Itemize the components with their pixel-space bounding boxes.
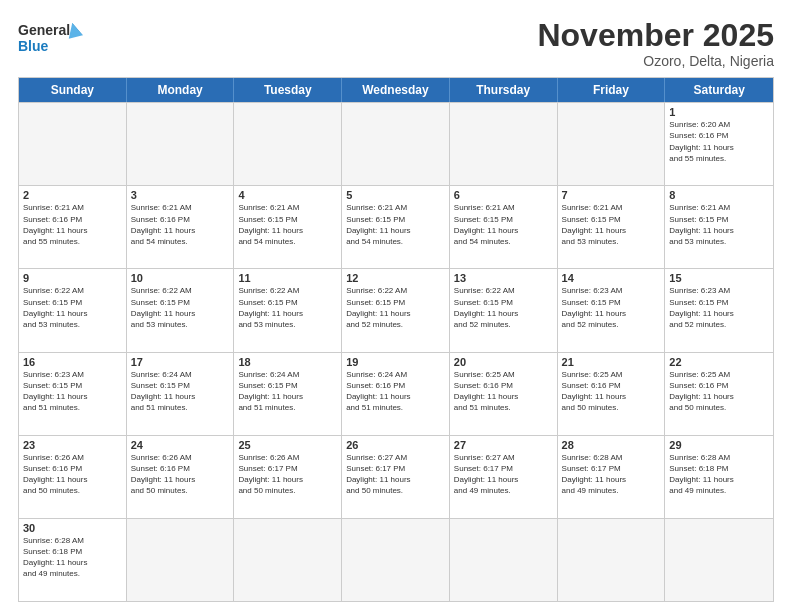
calendar-cell: 11Sunrise: 6:22 AM Sunset: 6:15 PM Dayli… xyxy=(234,269,342,351)
calendar-cell: 8Sunrise: 6:21 AM Sunset: 6:15 PM Daylig… xyxy=(665,186,773,268)
calendar-cell: 25Sunrise: 6:26 AM Sunset: 6:17 PM Dayli… xyxy=(234,436,342,518)
calendar-row-2: 9Sunrise: 6:22 AM Sunset: 6:15 PM Daylig… xyxy=(19,268,773,351)
cell-sun-info: Sunrise: 6:23 AM Sunset: 6:15 PM Dayligh… xyxy=(23,369,122,414)
cell-sun-info: Sunrise: 6:22 AM Sunset: 6:15 PM Dayligh… xyxy=(23,285,122,330)
day-number: 1 xyxy=(669,106,769,118)
cell-sun-info: Sunrise: 6:27 AM Sunset: 6:17 PM Dayligh… xyxy=(346,452,445,497)
calendar-cell: 29Sunrise: 6:28 AM Sunset: 6:18 PM Dayli… xyxy=(665,436,773,518)
header: GeneralBlue November 2025 Ozoro, Delta, … xyxy=(18,18,774,69)
calendar-cell: 7Sunrise: 6:21 AM Sunset: 6:15 PM Daylig… xyxy=(558,186,666,268)
svg-marker-3 xyxy=(69,23,83,39)
calendar-cell xyxy=(665,519,773,601)
day-number: 29 xyxy=(669,439,769,451)
month-title: November 2025 xyxy=(537,18,774,53)
calendar-cell: 16Sunrise: 6:23 AM Sunset: 6:15 PM Dayli… xyxy=(19,353,127,435)
day-number: 28 xyxy=(562,439,661,451)
generalblue-logo-icon: GeneralBlue xyxy=(18,18,88,56)
calendar-cell: 17Sunrise: 6:24 AM Sunset: 6:15 PM Dayli… xyxy=(127,353,235,435)
calendar-cell xyxy=(127,519,235,601)
cell-sun-info: Sunrise: 6:21 AM Sunset: 6:15 PM Dayligh… xyxy=(454,202,553,247)
day-number: 17 xyxy=(131,356,230,368)
cell-sun-info: Sunrise: 6:24 AM Sunset: 6:16 PM Dayligh… xyxy=(346,369,445,414)
day-number: 3 xyxy=(131,189,230,201)
cell-sun-info: Sunrise: 6:25 AM Sunset: 6:16 PM Dayligh… xyxy=(454,369,553,414)
calendar-header-tuesday: Tuesday xyxy=(234,78,342,102)
cell-sun-info: Sunrise: 6:21 AM Sunset: 6:15 PM Dayligh… xyxy=(669,202,769,247)
cell-sun-info: Sunrise: 6:23 AM Sunset: 6:15 PM Dayligh… xyxy=(669,285,769,330)
calendar-cell: 26Sunrise: 6:27 AM Sunset: 6:17 PM Dayli… xyxy=(342,436,450,518)
calendar-cell xyxy=(450,519,558,601)
cell-sun-info: Sunrise: 6:21 AM Sunset: 6:15 PM Dayligh… xyxy=(346,202,445,247)
calendar-cell: 14Sunrise: 6:23 AM Sunset: 6:15 PM Dayli… xyxy=(558,269,666,351)
day-number: 5 xyxy=(346,189,445,201)
calendar-cell: 21Sunrise: 6:25 AM Sunset: 6:16 PM Dayli… xyxy=(558,353,666,435)
calendar-cell: 22Sunrise: 6:25 AM Sunset: 6:16 PM Dayli… xyxy=(665,353,773,435)
calendar-cell: 20Sunrise: 6:25 AM Sunset: 6:16 PM Dayli… xyxy=(450,353,558,435)
cell-sun-info: Sunrise: 6:21 AM Sunset: 6:15 PM Dayligh… xyxy=(562,202,661,247)
day-number: 22 xyxy=(669,356,769,368)
calendar-body: 1Sunrise: 6:20 AM Sunset: 6:16 PM Daylig… xyxy=(19,102,773,601)
cell-sun-info: Sunrise: 6:26 AM Sunset: 6:16 PM Dayligh… xyxy=(23,452,122,497)
calendar-cell xyxy=(234,519,342,601)
cell-sun-info: Sunrise: 6:22 AM Sunset: 6:15 PM Dayligh… xyxy=(454,285,553,330)
calendar-row-5: 30Sunrise: 6:28 AM Sunset: 6:18 PM Dayli… xyxy=(19,518,773,601)
calendar-cell xyxy=(127,103,235,185)
calendar-cell: 5Sunrise: 6:21 AM Sunset: 6:15 PM Daylig… xyxy=(342,186,450,268)
calendar-cell xyxy=(342,103,450,185)
cell-sun-info: Sunrise: 6:24 AM Sunset: 6:15 PM Dayligh… xyxy=(131,369,230,414)
cell-sun-info: Sunrise: 6:22 AM Sunset: 6:15 PM Dayligh… xyxy=(131,285,230,330)
cell-sun-info: Sunrise: 6:26 AM Sunset: 6:16 PM Dayligh… xyxy=(131,452,230,497)
calendar-cell xyxy=(342,519,450,601)
day-number: 7 xyxy=(562,189,661,201)
location: Ozoro, Delta, Nigeria xyxy=(537,53,774,69)
calendar-cell xyxy=(558,103,666,185)
calendar-cell: 24Sunrise: 6:26 AM Sunset: 6:16 PM Dayli… xyxy=(127,436,235,518)
day-number: 30 xyxy=(23,522,122,534)
calendar-cell: 2Sunrise: 6:21 AM Sunset: 6:16 PM Daylig… xyxy=(19,186,127,268)
day-number: 16 xyxy=(23,356,122,368)
calendar-header-sunday: Sunday xyxy=(19,78,127,102)
cell-sun-info: Sunrise: 6:20 AM Sunset: 6:16 PM Dayligh… xyxy=(669,119,769,164)
calendar-cell: 10Sunrise: 6:22 AM Sunset: 6:15 PM Dayli… xyxy=(127,269,235,351)
calendar-cell: 30Sunrise: 6:28 AM Sunset: 6:18 PM Dayli… xyxy=(19,519,127,601)
calendar: SundayMondayTuesdayWednesdayThursdayFrid… xyxy=(18,77,774,602)
cell-sun-info: Sunrise: 6:22 AM Sunset: 6:15 PM Dayligh… xyxy=(238,285,337,330)
cell-sun-info: Sunrise: 6:21 AM Sunset: 6:16 PM Dayligh… xyxy=(131,202,230,247)
calendar-cell: 12Sunrise: 6:22 AM Sunset: 6:15 PM Dayli… xyxy=(342,269,450,351)
calendar-cell: 4Sunrise: 6:21 AM Sunset: 6:15 PM Daylig… xyxy=(234,186,342,268)
day-number: 20 xyxy=(454,356,553,368)
logo: GeneralBlue xyxy=(18,18,88,56)
calendar-cell: 1Sunrise: 6:20 AM Sunset: 6:16 PM Daylig… xyxy=(665,103,773,185)
svg-text:Blue: Blue xyxy=(18,38,49,54)
calendar-header-saturday: Saturday xyxy=(665,78,773,102)
title-block: November 2025 Ozoro, Delta, Nigeria xyxy=(537,18,774,69)
day-number: 11 xyxy=(238,272,337,284)
cell-sun-info: Sunrise: 6:28 AM Sunset: 6:18 PM Dayligh… xyxy=(23,535,122,580)
cell-sun-info: Sunrise: 6:28 AM Sunset: 6:17 PM Dayligh… xyxy=(562,452,661,497)
calendar-row-0: 1Sunrise: 6:20 AM Sunset: 6:16 PM Daylig… xyxy=(19,102,773,185)
day-number: 24 xyxy=(131,439,230,451)
calendar-cell: 19Sunrise: 6:24 AM Sunset: 6:16 PM Dayli… xyxy=(342,353,450,435)
calendar-cell: 27Sunrise: 6:27 AM Sunset: 6:17 PM Dayli… xyxy=(450,436,558,518)
day-number: 14 xyxy=(562,272,661,284)
calendar-header-thursday: Thursday xyxy=(450,78,558,102)
calendar-cell: 18Sunrise: 6:24 AM Sunset: 6:15 PM Dayli… xyxy=(234,353,342,435)
cell-sun-info: Sunrise: 6:27 AM Sunset: 6:17 PM Dayligh… xyxy=(454,452,553,497)
calendar-cell xyxy=(450,103,558,185)
day-number: 26 xyxy=(346,439,445,451)
day-number: 18 xyxy=(238,356,337,368)
cell-sun-info: Sunrise: 6:28 AM Sunset: 6:18 PM Dayligh… xyxy=(669,452,769,497)
cell-sun-info: Sunrise: 6:23 AM Sunset: 6:15 PM Dayligh… xyxy=(562,285,661,330)
calendar-cell: 3Sunrise: 6:21 AM Sunset: 6:16 PM Daylig… xyxy=(127,186,235,268)
calendar-cell: 28Sunrise: 6:28 AM Sunset: 6:17 PM Dayli… xyxy=(558,436,666,518)
cell-sun-info: Sunrise: 6:21 AM Sunset: 6:15 PM Dayligh… xyxy=(238,202,337,247)
day-number: 2 xyxy=(23,189,122,201)
day-number: 25 xyxy=(238,439,337,451)
day-number: 4 xyxy=(238,189,337,201)
cell-sun-info: Sunrise: 6:25 AM Sunset: 6:16 PM Dayligh… xyxy=(562,369,661,414)
calendar-cell: 9Sunrise: 6:22 AM Sunset: 6:15 PM Daylig… xyxy=(19,269,127,351)
cell-sun-info: Sunrise: 6:24 AM Sunset: 6:15 PM Dayligh… xyxy=(238,369,337,414)
calendar-cell: 23Sunrise: 6:26 AM Sunset: 6:16 PM Dayli… xyxy=(19,436,127,518)
calendar-cell xyxy=(558,519,666,601)
day-number: 21 xyxy=(562,356,661,368)
